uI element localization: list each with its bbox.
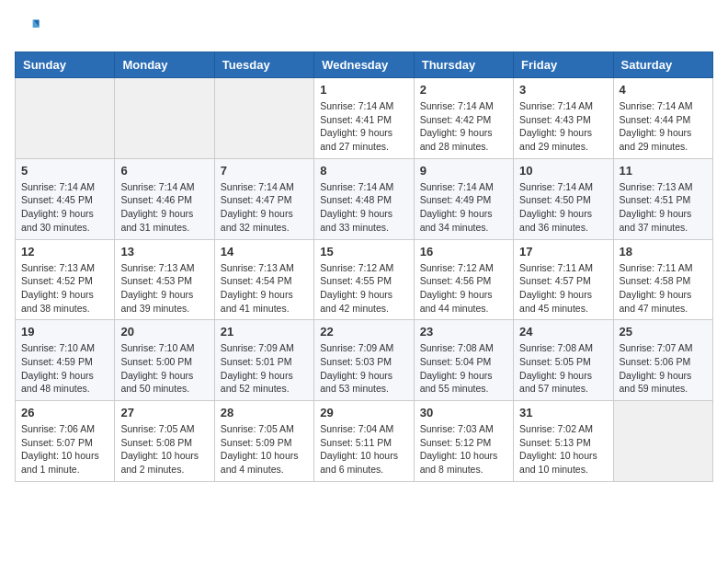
day-number: 19	[21, 325, 108, 339]
day-info: Sunrise: 7:10 AM Sunset: 4:59 PM Dayligh…	[21, 341, 108, 396]
calendar-cell	[16, 78, 115, 159]
calendar-week-row: 5Sunrise: 7:14 AM Sunset: 4:45 PM Daylig…	[16, 158, 713, 239]
day-info: Sunrise: 7:04 AM Sunset: 5:11 PM Dayligh…	[320, 422, 407, 477]
calendar-week-row: 1Sunrise: 7:14 AM Sunset: 4:41 PM Daylig…	[16, 78, 713, 159]
day-info: Sunrise: 7:09 AM Sunset: 5:03 PM Dayligh…	[320, 341, 407, 396]
day-number: 11	[620, 164, 707, 178]
day-info: Sunrise: 7:08 AM Sunset: 5:04 PM Dayligh…	[420, 341, 507, 396]
day-info: Sunrise: 7:14 AM Sunset: 4:43 PM Dayligh…	[519, 99, 607, 154]
calendar-cell: 28Sunrise: 7:05 AM Sunset: 5:09 PM Dayli…	[214, 401, 313, 482]
day-info: Sunrise: 7:05 AM Sunset: 5:09 PM Dayligh…	[221, 422, 308, 477]
calendar-cell	[115, 78, 214, 159]
weekday-header-monday: Monday	[115, 52, 214, 78]
day-info: Sunrise: 7:06 AM Sunset: 5:07 PM Dayligh…	[21, 422, 108, 477]
day-number: 21	[221, 325, 308, 339]
calendar-cell: 2Sunrise: 7:14 AM Sunset: 4:42 PM Daylig…	[414, 78, 513, 159]
day-number: 4	[620, 83, 707, 97]
weekday-header-sunday: Sunday	[16, 52, 115, 78]
calendar-cell: 11Sunrise: 7:13 AM Sunset: 4:51 PM Dayli…	[613, 158, 712, 239]
day-number: 28	[221, 406, 308, 419]
day-info: Sunrise: 7:12 AM Sunset: 4:55 PM Dayligh…	[320, 261, 407, 316]
calendar-cell: 8Sunrise: 7:14 AM Sunset: 4:48 PM Daylig…	[314, 158, 414, 239]
day-number: 8	[320, 164, 407, 178]
calendar-cell: 7Sunrise: 7:14 AM Sunset: 4:47 PM Daylig…	[214, 158, 313, 239]
calendar-cell: 6Sunrise: 7:14 AM Sunset: 4:46 PM Daylig…	[115, 158, 214, 239]
day-info: Sunrise: 7:14 AM Sunset: 4:45 PM Dayligh…	[21, 180, 108, 235]
day-number: 7	[221, 164, 308, 178]
day-number: 2	[420, 83, 507, 97]
day-number: 31	[519, 406, 607, 419]
calendar-cell: 20Sunrise: 7:10 AM Sunset: 5:00 PM Dayli…	[115, 320, 214, 401]
day-info: Sunrise: 7:14 AM Sunset: 4:50 PM Dayligh…	[519, 180, 607, 235]
calendar-cell	[214, 78, 313, 159]
day-info: Sunrise: 7:14 AM Sunset: 4:44 PM Dayligh…	[620, 99, 707, 154]
calendar-cell: 24Sunrise: 7:08 AM Sunset: 5:05 PM Dayli…	[514, 320, 613, 401]
day-number: 1	[320, 83, 407, 97]
calendar-cell: 17Sunrise: 7:11 AM Sunset: 4:57 PM Dayli…	[514, 239, 613, 320]
day-info: Sunrise: 7:03 AM Sunset: 5:12 PM Dayligh…	[420, 422, 507, 477]
day-info: Sunrise: 7:11 AM Sunset: 4:58 PM Dayligh…	[620, 261, 707, 316]
logo	[15, 15, 44, 40]
day-info: Sunrise: 7:13 AM Sunset: 4:52 PM Dayligh…	[21, 261, 108, 316]
day-info: Sunrise: 7:14 AM Sunset: 4:49 PM Dayligh…	[420, 180, 507, 235]
day-info: Sunrise: 7:14 AM Sunset: 4:42 PM Dayligh…	[420, 99, 507, 154]
day-number: 5	[21, 164, 108, 178]
day-number: 9	[420, 164, 507, 178]
day-number: 14	[221, 245, 308, 259]
day-number: 20	[120, 325, 208, 339]
calendar-cell: 25Sunrise: 7:07 AM Sunset: 5:06 PM Dayli…	[613, 320, 712, 401]
calendar-cell: 19Sunrise: 7:10 AM Sunset: 4:59 PM Dayli…	[16, 320, 115, 401]
day-number: 10	[519, 164, 607, 178]
day-info: Sunrise: 7:10 AM Sunset: 5:00 PM Dayligh…	[120, 341, 208, 396]
day-info: Sunrise: 7:11 AM Sunset: 4:57 PM Dayligh…	[519, 261, 607, 316]
calendar-cell: 13Sunrise: 7:13 AM Sunset: 4:53 PM Dayli…	[115, 239, 214, 320]
day-info: Sunrise: 7:07 AM Sunset: 5:06 PM Dayligh…	[620, 341, 707, 396]
calendar-week-row: 26Sunrise: 7:06 AM Sunset: 5:07 PM Dayli…	[16, 401, 713, 482]
day-info: Sunrise: 7:14 AM Sunset: 4:48 PM Dayligh…	[320, 180, 407, 235]
day-info: Sunrise: 7:08 AM Sunset: 5:05 PM Dayligh…	[519, 341, 607, 396]
calendar-cell: 10Sunrise: 7:14 AM Sunset: 4:50 PM Dayli…	[514, 158, 613, 239]
day-info: Sunrise: 7:13 AM Sunset: 4:53 PM Dayligh…	[120, 261, 208, 316]
day-number: 22	[320, 325, 407, 339]
calendar-cell: 14Sunrise: 7:13 AM Sunset: 4:54 PM Dayli…	[214, 239, 313, 320]
day-info: Sunrise: 7:09 AM Sunset: 5:01 PM Dayligh…	[221, 341, 308, 396]
day-number: 30	[420, 406, 507, 419]
day-number: 23	[420, 325, 507, 339]
logo-icon	[15, 15, 40, 40]
day-info: Sunrise: 7:05 AM Sunset: 5:08 PM Dayligh…	[120, 422, 208, 477]
calendar-cell: 1Sunrise: 7:14 AM Sunset: 4:41 PM Daylig…	[314, 78, 414, 159]
day-number: 27	[120, 406, 208, 419]
weekday-header-tuesday: Tuesday	[214, 52, 313, 78]
calendar-cell: 27Sunrise: 7:05 AM Sunset: 5:08 PM Dayli…	[115, 401, 214, 482]
day-number: 26	[21, 406, 108, 419]
calendar-cell: 3Sunrise: 7:14 AM Sunset: 4:43 PM Daylig…	[514, 78, 613, 159]
day-number: 6	[120, 164, 208, 178]
day-number: 24	[519, 325, 607, 339]
calendar-cell: 23Sunrise: 7:08 AM Sunset: 5:04 PM Dayli…	[414, 320, 513, 401]
day-number: 25	[620, 325, 707, 339]
day-info: Sunrise: 7:14 AM Sunset: 4:41 PM Dayligh…	[320, 99, 407, 154]
day-number: 12	[21, 245, 108, 259]
calendar-cell: 29Sunrise: 7:04 AM Sunset: 5:11 PM Dayli…	[314, 401, 414, 482]
calendar-cell: 12Sunrise: 7:13 AM Sunset: 4:52 PM Dayli…	[16, 239, 115, 320]
calendar-cell: 31Sunrise: 7:02 AM Sunset: 5:13 PM Dayli…	[514, 401, 613, 482]
calendar-header-row: SundayMondayTuesdayWednesdayThursdayFrid…	[16, 52, 713, 78]
day-number: 18	[620, 245, 707, 259]
weekday-header-thursday: Thursday	[414, 52, 513, 78]
day-number: 17	[519, 245, 607, 259]
calendar-cell: 16Sunrise: 7:12 AM Sunset: 4:56 PM Dayli…	[414, 239, 513, 320]
calendar-cell: 4Sunrise: 7:14 AM Sunset: 4:44 PM Daylig…	[613, 78, 712, 159]
day-number: 29	[320, 406, 407, 419]
calendar-week-row: 12Sunrise: 7:13 AM Sunset: 4:52 PM Dayli…	[16, 239, 713, 320]
day-number: 3	[519, 83, 607, 97]
weekday-header-wednesday: Wednesday	[314, 52, 414, 78]
day-info: Sunrise: 7:14 AM Sunset: 4:46 PM Dayligh…	[120, 180, 208, 235]
day-info: Sunrise: 7:02 AM Sunset: 5:13 PM Dayligh…	[519, 422, 607, 477]
weekday-header-saturday: Saturday	[613, 52, 712, 78]
weekday-header-friday: Friday	[514, 52, 613, 78]
calendar-cell: 5Sunrise: 7:14 AM Sunset: 4:45 PM Daylig…	[16, 158, 115, 239]
calendar-cell: 15Sunrise: 7:12 AM Sunset: 4:55 PM Dayli…	[314, 239, 414, 320]
calendar-week-row: 19Sunrise: 7:10 AM Sunset: 4:59 PM Dayli…	[16, 320, 713, 401]
calendar-cell: 21Sunrise: 7:09 AM Sunset: 5:01 PM Dayli…	[214, 320, 313, 401]
calendar-cell: 9Sunrise: 7:14 AM Sunset: 4:49 PM Daylig…	[414, 158, 513, 239]
